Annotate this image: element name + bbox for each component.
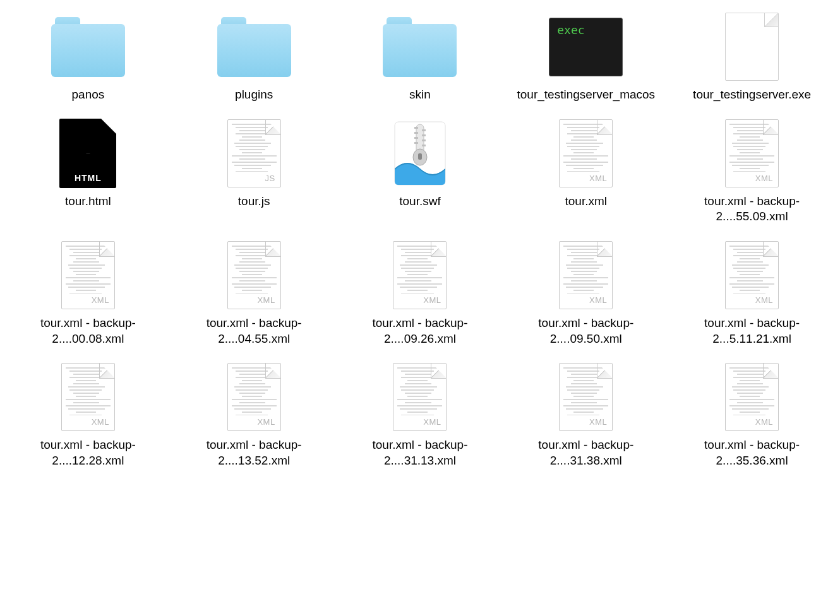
file-item[interactable]: XML tour.xml - backup-2....31.38.xml [503,357,669,471]
icon-container: exec [548,9,624,85]
file-item[interactable]: tour_testingserver.exe [669,6,835,105]
file-item[interactable]: tour.swf [337,113,503,227]
icon-container: XML [714,359,790,435]
file-item[interactable]: XML tour.xml - backup-2....13.52.xml [171,357,337,471]
file-item[interactable]: XML tour.xml [503,113,669,227]
icon-container [216,9,292,85]
code-file-icon: XML [725,363,779,431]
file-label: skin [409,87,431,103]
svg-rect-10 [422,145,426,146]
file-badge: XML [92,417,109,427]
file-label: tour.xml - backup-2....13.52.xml [179,437,328,468]
file-label: tour.xml - backup-2....12.28.xml [13,437,162,468]
svg-rect-6 [422,134,426,136]
file-label: tour_testingserver_macos [517,87,655,103]
code-file-icon: XML [61,241,115,309]
file-label: tour.xml - backup-2....31.13.xml [345,437,495,468]
html-file-icon: — HTML [59,119,116,188]
code-file-icon: XML [559,241,613,309]
file-item[interactable]: XML tour.xml - backup-2....31.13.xml [337,357,503,471]
exec-icon: exec [549,18,623,76]
file-badge: XML [755,174,773,183]
file-label: tour.swf [399,194,440,210]
code-file-icon: JS [227,119,281,187]
file-item[interactable]: XML tour.xml - backup-2....04.55.xml [171,235,337,349]
icon-container [714,9,790,85]
file-item[interactable]: exec tour_testingserver_macos [503,6,669,105]
file-item[interactable]: panos [5,6,171,105]
svg-rect-12 [418,153,422,160]
file-label: tour.xml - backup-2....09.26.xml [345,316,495,346]
file-label: tour.xml - backup-2....31.38.xml [512,437,661,468]
file-label: panos [72,87,105,103]
svg-rect-5 [414,132,418,134]
code-file-icon: XML [725,241,779,309]
icon-container: JS [216,116,292,191]
icon-container: XML [548,116,624,191]
icon-container: XML [382,237,458,313]
icon-container: XML [548,359,624,435]
file-item[interactable]: XML tour.xml - backup-2....09.50.xml [503,235,669,349]
icon-container: XML [714,237,790,313]
file-item[interactable]: XML tour.xml - backup-2...5.11.21.xml [669,235,835,349]
file-label: tour_testingserver.exe [693,87,811,103]
file-item[interactable]: skin [337,6,503,105]
code-file-icon: XML [227,363,281,431]
svg-rect-8 [422,139,426,141]
file-item[interactable]: XML tour.xml - backup-2....00.08.xml [5,235,171,349]
icon-container: XML [382,359,458,435]
icon-container: XML [50,237,126,313]
file-label: tour.xml - backup-2....55.09.xml [678,194,827,225]
file-label: tour.xml [565,194,608,210]
icon-container: — HTML [50,116,126,191]
icon-container: XML [50,359,126,435]
file-item[interactable]: plugins [171,6,337,105]
svg-rect-7 [414,137,418,139]
file-badge: XML [257,417,275,427]
file-item[interactable]: XML tour.xml - backup-2....09.26.xml [337,235,503,349]
file-item[interactable]: XML tour.xml - backup-2....35.36.xml [669,357,835,471]
svg-rect-3 [414,127,418,129]
icon-container: XML [548,237,624,313]
file-label: tour.xml - backup-2...5.11.21.xml [678,316,827,346]
file-badge: HTML [59,173,116,183]
file-badge: JS [265,174,275,183]
code-file-icon: XML [393,363,447,431]
file-label: tour.html [65,194,111,210]
code-file-icon: XML [559,363,613,431]
file-label: plugins [235,87,273,103]
file-badge: XML [589,174,607,183]
file-label: tour.js [238,194,270,210]
file-badge: XML [423,417,441,427]
svg-rect-9 [414,142,418,144]
file-badge: XML [92,295,109,305]
code-file-icon: XML [559,119,613,187]
folder-icon [217,17,291,77]
file-item[interactable]: XML tour.xml - backup-2....55.09.xml [669,113,835,227]
file-badge: XML [755,295,773,305]
svg-rect-4 [422,129,426,131]
file-label: tour.xml - backup-2....09.50.xml [512,316,661,346]
file-label: tour.xml - backup-2....00.08.xml [13,316,162,346]
file-badge: XML [257,295,275,305]
icon-container: XML [216,359,292,435]
file-label: tour.xml - backup-2....04.55.xml [179,316,328,346]
code-file-icon: XML [227,241,281,309]
icon-container [50,9,126,85]
icon-container [382,9,458,85]
folder-icon [51,17,125,77]
file-grid: panos plugins skin exec tour_testingserv… [0,0,840,478]
file-badge: XML [755,417,773,427]
file-item[interactable]: XML tour.xml - backup-2....12.28.xml [5,357,171,471]
file-badge: XML [589,295,607,305]
blank-file-icon [725,13,779,81]
file-badge: XML [589,417,607,427]
swf-file-icon [388,119,452,187]
icon-container: XML [216,237,292,313]
icon-container: XML [714,116,790,191]
code-file-icon: XML [725,119,779,187]
code-file-icon: XML [393,241,447,309]
file-item[interactable]: — HTML tour.html [5,113,171,227]
file-item[interactable]: JS tour.js [171,113,337,227]
exec-label: exec [557,23,584,37]
